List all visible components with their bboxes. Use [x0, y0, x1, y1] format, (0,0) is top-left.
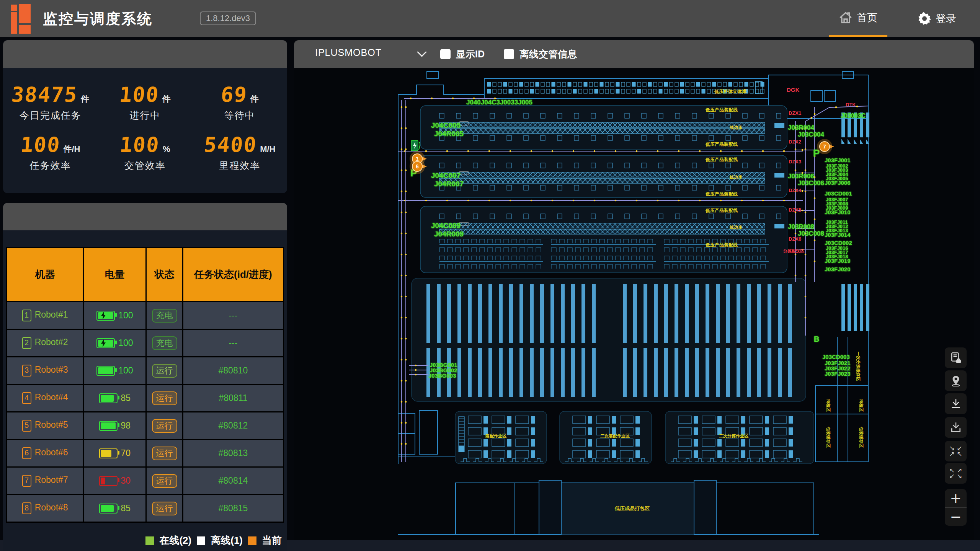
map-label: 包装缓存区: [859, 426, 864, 448]
stat-unit: 件: [81, 93, 89, 105]
map-toolbar: IPLUSMOBOT 显示ID 离线交管信息: [294, 40, 974, 68]
battery-percent: 98: [121, 421, 131, 430]
map-label: J040J04C3J0033J005: [466, 99, 532, 106]
checkbox-icon[interactable]: [504, 49, 514, 59]
expand-button[interactable]: ↖ ↗↙ ↘: [945, 463, 967, 484]
status-badge: 运行: [152, 447, 177, 460]
map-label: DZX1: [789, 110, 801, 116]
map-label: DTK: [846, 102, 856, 108]
task-id: #80811: [219, 393, 247, 403]
nav-home[interactable]: 首页: [829, 0, 887, 37]
zoom-out-button[interactable]: −: [945, 508, 967, 526]
robot-name: Robot#2: [35, 337, 68, 347]
map-selector-dropdown[interactable]: IPLUSMOBOT: [315, 47, 382, 58]
stat-unit: 件: [162, 93, 171, 105]
svg-text:7: 7: [823, 143, 826, 150]
chevron-down-icon[interactable]: [417, 47, 426, 57]
zoom-in-button[interactable]: +: [945, 489, 967, 507]
map-label: 线边库: [729, 225, 742, 230]
stats-grid: 38475件今日完成任务100件进行中69件等待中100件/H任务效率100%交…: [3, 68, 287, 172]
robot-name: Robot#3: [35, 365, 68, 375]
report-lock-button[interactable]: [945, 347, 967, 368]
task-id: #80813: [219, 448, 248, 458]
nav-login[interactable]: 登录: [908, 0, 966, 37]
legend-swatch-1: [197, 536, 205, 545]
map-label: J03FJ023: [825, 370, 851, 377]
stat-value: 100: [119, 85, 160, 105]
offline-traffic-checkbox[interactable]: 离线交管信息: [504, 48, 577, 60]
download-tray-icon: [950, 422, 962, 433]
map-label: 低压成品打包区: [614, 505, 650, 511]
download-line-button[interactable]: [945, 393, 967, 414]
column-header-2: 状态: [146, 248, 183, 302]
robot-number-badge: 6: [22, 447, 31, 459]
task-id: #80812: [219, 421, 248, 430]
app-logo-icon: [11, 4, 38, 34]
show-id-checkbox[interactable]: 显示ID: [440, 48, 485, 60]
location-pin-button[interactable]: [945, 370, 967, 391]
top-bar: 监控与调度系统 1.8.12.dev3 首页 登录: [0, 0, 980, 37]
robot-row-7[interactable]: 7Robot#730运行#80814: [7, 467, 284, 495]
map-label: 一次分拣缓存区: [856, 352, 861, 381]
map-label: 低压产品装配线: [705, 157, 738, 162]
map-label: J03C008: [798, 230, 824, 237]
stat-unit: 件: [250, 93, 259, 105]
status-badge: 运行: [152, 502, 177, 515]
battery-percent: 100: [118, 310, 133, 320]
robot-row-8[interactable]: 8Robot#885运行#80815: [7, 495, 284, 522]
map-label: J03R004: [788, 124, 815, 131]
map-label: J03BG003: [428, 372, 456, 379]
map-label: 二次分拣作业区: [719, 434, 748, 438]
battery-percent: 70: [121, 448, 131, 458]
robot-row-4[interactable]: 4Robot#485运行#80811: [7, 385, 284, 412]
robot-name: Robot#6: [35, 447, 68, 457]
robots-panel: 机器电量状态任务状态(id/进度) 1Robot#1100充电---2Robot…: [3, 203, 287, 551]
factory-floor-map[interactable]: J040J04C3J0033J005J04C005J04R005J04C007J…: [294, 68, 974, 540]
column-header-1: 电量: [83, 248, 146, 302]
map-label: J03CD003: [822, 354, 850, 360]
battery-icon: [99, 504, 118, 514]
map-label: 低压柜体立体库: [714, 89, 747, 94]
battery-percent: 30: [121, 476, 131, 486]
stat-label: 进行中: [98, 109, 192, 122]
robot-row-3[interactable]: 3Robot#3100运行#80810: [7, 357, 284, 385]
map-label: J04R005: [434, 130, 464, 138]
battery-percent: 100: [118, 338, 133, 348]
robot-row-5[interactable]: 5Robot#598运行#80812: [7, 412, 284, 440]
task-id: ---: [229, 338, 237, 348]
robot-name: Robot#5: [35, 420, 68, 430]
gear-icon: [918, 12, 931, 25]
map-label: 待检区: [826, 399, 831, 412]
map-label: 低压产品装配线: [705, 191, 738, 197]
robot-row-2[interactable]: 2Robot#2100充电---: [7, 329, 284, 357]
robot-marker-7[interactable]: 7: [817, 139, 834, 154]
robot-number-badge: 5: [22, 420, 31, 432]
robot-row-1[interactable]: 1Robot#1100充电---: [7, 302, 284, 329]
collapse-button[interactable]: ↘ ↙↗ ↖: [945, 441, 967, 461]
map-label: 包装缓存区: [826, 426, 831, 448]
stat-value: 5400: [203, 135, 258, 155]
checkbox-icon[interactable]: [440, 49, 451, 59]
stat-unit: 件/H: [63, 143, 80, 155]
robot-number-badge: 7: [22, 475, 31, 487]
map-label: DZX3: [789, 159, 801, 165]
stat-label: 交管效率: [98, 159, 192, 172]
battery-icon: [96, 338, 115, 348]
map-label: J04R007: [434, 180, 464, 188]
stat-label: 今日完成任务: [3, 109, 98, 122]
expand-icon: ↖ ↗↙ ↘: [949, 468, 962, 479]
map-label: 线边库: [729, 175, 742, 179]
map-label: J03CD001: [825, 190, 852, 197]
robot-row-6[interactable]: 6Robot#670运行#80813: [7, 440, 284, 467]
map-label: 装配作业区: [485, 434, 506, 438]
legend-label-0: 在线(2): [159, 534, 191, 547]
version-badge: 1.8.12.dev3: [200, 11, 256, 25]
download-tray-button[interactable]: [945, 417, 967, 438]
map-label: J03FJ006: [825, 179, 851, 186]
map-label: 低压产品装配线: [705, 107, 738, 112]
task-id: #80810: [219, 365, 248, 375]
robot-number-badge: 8: [22, 502, 31, 514]
stats-panel-header: [3, 40, 287, 68]
robot-number-badge: 3: [22, 365, 31, 377]
battery-icon: [99, 421, 118, 431]
